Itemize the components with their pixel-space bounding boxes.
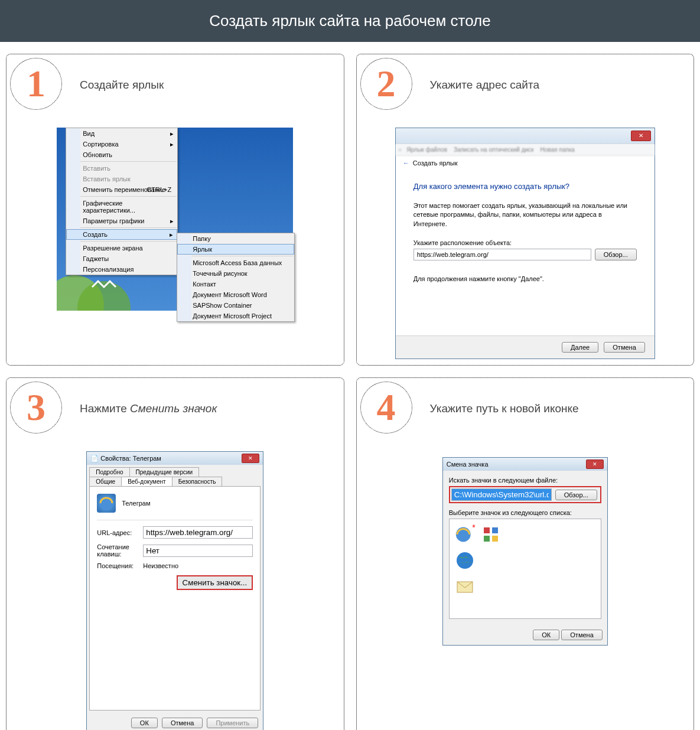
url-input[interactable] xyxy=(414,249,591,260)
svg-rect-7 xyxy=(492,527,498,533)
menu-paste: Вставить xyxy=(66,163,177,174)
submenu-folder[interactable]: Папку xyxy=(177,233,294,244)
apply-button: Применить xyxy=(207,718,258,728)
step-number: 4 xyxy=(377,386,396,429)
step-number: 1 xyxy=(27,62,45,106)
url-field[interactable] xyxy=(143,526,253,539)
step-number: 3 xyxy=(27,386,45,429)
change-icon-dialog: Смена значка✕ Искать значки в следующем … xyxy=(442,457,608,646)
browse-button[interactable]: Обзор... xyxy=(595,249,637,260)
icon-list[interactable]: * xyxy=(449,519,601,619)
wizard-breadcrumb: Создать ярлык xyxy=(413,159,458,167)
step-title: Укажите адрес сайта xyxy=(430,79,539,92)
internet-icon xyxy=(97,494,116,513)
step-3: 3 Нажмите Сменить значок 📄 Свойства: Тел… xyxy=(6,377,344,730)
step-title: Укажите путь к новой иконке xyxy=(430,402,579,415)
svg-rect-8 xyxy=(484,536,490,542)
submenu-word[interactable]: Документ Microsoft Word xyxy=(177,289,294,300)
submenu-contact[interactable]: Контакт xyxy=(177,279,294,289)
visits-value: Неизвестно xyxy=(143,562,178,569)
svg-rect-6 xyxy=(484,527,490,533)
menu-gadgets[interactable]: Гаджеты xyxy=(66,253,177,264)
context-menu: Вид Сортировка Обновить Вставить Вставит… xyxy=(66,128,178,275)
wizard-heading: Для какого элемента нужно создать ярлык? xyxy=(414,182,637,191)
mail-icon[interactable] xyxy=(454,576,476,597)
browse-button[interactable]: Обзор... xyxy=(555,490,597,500)
menu-refresh[interactable]: Обновить xyxy=(66,149,177,160)
submenu-project[interactable]: Документ Microsoft Project xyxy=(177,311,294,321)
step-2: 2 Укажите адрес сайта ✕ ○ Ярлык файлов З… xyxy=(356,54,695,366)
close-button[interactable]: ✕ xyxy=(631,131,651,141)
location-label: Укажите расположение объекта: xyxy=(414,239,637,246)
shortcut-name: Телеграм xyxy=(122,500,150,507)
menu-resolution[interactable]: Разрешение экрана xyxy=(66,243,177,253)
config-icon[interactable] xyxy=(480,524,502,545)
next-button[interactable]: Далее xyxy=(562,342,598,353)
icon-path-input[interactable] xyxy=(451,488,552,501)
globe-icon[interactable] xyxy=(454,550,476,571)
submenu-sap[interactable]: SAPShow Container xyxy=(177,300,294,311)
tab-detailed[interactable]: Подробно xyxy=(89,467,129,477)
hotkey-label: Сочетание клавиш: xyxy=(97,543,143,558)
menu-sort[interactable]: Сортировка xyxy=(66,139,177,149)
page-title: Создать ярлык сайта на рабочем столе xyxy=(0,0,700,42)
menu-gfx-params[interactable]: Параметры графики xyxy=(66,216,177,226)
cancel-button[interactable]: Отмена xyxy=(604,342,644,353)
close-button[interactable]: ✕ xyxy=(242,454,259,463)
cancel-button[interactable]: Отмена xyxy=(561,630,602,640)
search-label: Искать значки в следующем файле: xyxy=(449,477,601,484)
wizard-hint: Для продолжения нажмите кнопку "Далее". xyxy=(414,275,637,283)
step-1: 1 Создайте ярлык Вид Сортировка Обновить… xyxy=(6,54,344,366)
ok-button[interactable]: ОК xyxy=(131,718,158,728)
menu-paste-shortcut: Вставить ярлык xyxy=(66,174,177,184)
url-label: URL-адрес: xyxy=(97,529,143,536)
dialog-title: Смена значка xyxy=(447,461,489,468)
step-title: Нажмите Сменить значок xyxy=(80,402,217,415)
menu-gfx[interactable]: Графические характеристики... xyxy=(66,198,177,216)
close-button[interactable]: ✕ xyxy=(586,459,604,469)
menu-undo-rename[interactable]: Отменить переименованиеCTRL+Z xyxy=(66,184,177,195)
properties-dialog: 📄 Свойства: Телеграм✕ Подробно Предыдущи… xyxy=(86,451,263,730)
hotkey-field[interactable] xyxy=(143,545,253,557)
menu-personalize[interactable]: Персонализация xyxy=(66,264,177,275)
submenu-shortcut[interactable]: Ярлык xyxy=(177,244,294,255)
step-number: 2 xyxy=(377,62,396,106)
step-4: 4 Укажите путь к новой иконке Смена знач… xyxy=(356,377,695,730)
ie-icon[interactable]: * xyxy=(454,524,476,545)
ok-button[interactable]: ОК xyxy=(533,630,559,640)
tab-previous-versions[interactable]: Предыдущие версии xyxy=(129,467,200,477)
create-submenu: Папку Ярлык Microsoft Access База данных… xyxy=(177,233,295,322)
step-title: Создайте ярлык xyxy=(80,79,164,92)
cancel-button[interactable]: Отмена xyxy=(162,718,203,728)
tab-web-document[interactable]: Веб-документ xyxy=(121,477,172,486)
wizard-text: Этот мастер помогает создать ярлык, указ… xyxy=(414,201,637,229)
visits-label: Посещения: xyxy=(97,562,143,569)
desktop-screenshot: Вид Сортировка Обновить Вставить Вставит… xyxy=(57,128,293,311)
change-icon-button[interactable]: Сменить значок... xyxy=(177,575,253,590)
tab-security[interactable]: Безопасность xyxy=(172,477,223,486)
tab-general[interactable]: Общие xyxy=(89,477,122,486)
svg-point-4 xyxy=(457,552,473,569)
svg-rect-9 xyxy=(492,536,498,542)
dialog-title: 📄 Свойства: Телеграм xyxy=(90,455,161,462)
list-label: Выберите значок из следующего списка: xyxy=(449,509,601,516)
submenu-bitmap[interactable]: Точечный рисунок xyxy=(177,268,294,279)
create-shortcut-wizard: ✕ ○ Ярлык файлов Записать на оптический … xyxy=(395,128,655,359)
menu-create[interactable]: Создать xyxy=(66,229,177,240)
menu-view[interactable]: Вид xyxy=(66,128,177,139)
submenu-access[interactable]: Microsoft Access База данных xyxy=(177,258,294,268)
